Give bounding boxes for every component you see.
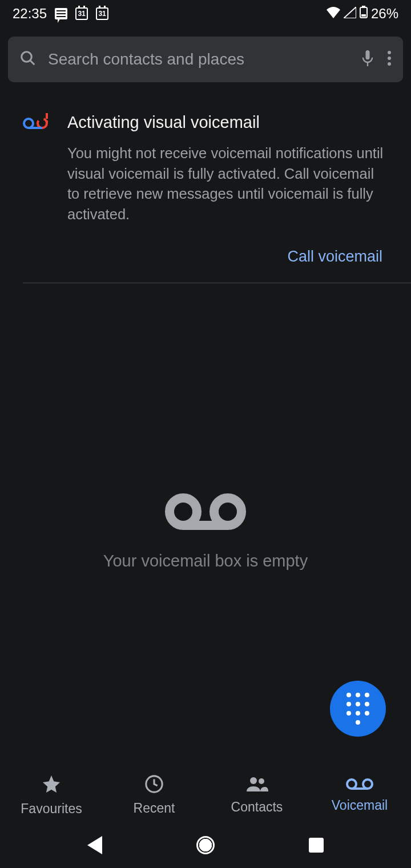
empty-message: Your voicemail box is empty <box>103 552 308 570</box>
status-time: 22:35 <box>13 6 47 22</box>
search-input[interactable] <box>48 50 348 69</box>
nav-label: Recent <box>134 801 175 816</box>
recents-button[interactable] <box>309 838 324 853</box>
activation-card: Activating visual voicemail You might no… <box>0 82 411 225</box>
clock-icon <box>144 774 164 797</box>
svg-rect-13 <box>46 113 48 119</box>
svg-rect-14 <box>46 120 48 123</box>
svg-point-7 <box>388 51 391 54</box>
svg-point-19 <box>250 777 257 784</box>
status-left: 22:35 31 31 <box>13 6 108 22</box>
wifi-icon <box>327 6 340 22</box>
empty-state: Your voicemail box is empty <box>0 491 411 570</box>
star-icon <box>41 774 62 798</box>
svg-point-22 <box>363 779 372 789</box>
nav-label: Contacts <box>231 799 283 815</box>
nav-label: Voicemail <box>332 798 388 813</box>
svg-point-11 <box>38 119 47 128</box>
dialpad-icon <box>346 693 369 725</box>
calendar-icon: 31 <box>96 7 108 20</box>
search-container <box>0 27 411 82</box>
voicemail-alert-icon <box>23 113 50 225</box>
more-icon[interactable] <box>387 50 392 69</box>
svg-rect-2 <box>361 14 366 17</box>
svg-point-10 <box>24 119 33 128</box>
people-icon <box>245 775 268 796</box>
mic-icon[interactable] <box>360 49 376 70</box>
svg-point-8 <box>388 57 391 60</box>
battery-icon <box>360 6 368 22</box>
back-button[interactable] <box>87 836 102 854</box>
svg-point-21 <box>347 779 356 789</box>
voicemail-icon <box>163 491 248 535</box>
dialpad-fab[interactable] <box>330 681 386 737</box>
svg-line-4 <box>30 61 35 65</box>
card-description: You might not receive voicemail notifica… <box>67 143 388 225</box>
svg-point-3 <box>22 52 32 62</box>
system-nav <box>0 822 411 868</box>
messages-icon <box>55 8 67 19</box>
call-voicemail-button[interactable]: Call voicemail <box>287 248 382 266</box>
home-button[interactable] <box>196 836 215 854</box>
status-bar: 22:35 31 31 26% <box>0 0 411 27</box>
card-actions: Call voicemail <box>0 225 411 283</box>
battery-percent: 26% <box>371 6 398 22</box>
bottom-nav: Favourites Recent Contacts Voicemail <box>0 767 411 822</box>
card-title: Activating visual voicemail <box>67 113 388 132</box>
svg-rect-5 <box>366 50 370 59</box>
search-icon <box>19 50 37 69</box>
svg-rect-1 <box>362 6 365 7</box>
nav-voicemail[interactable]: Voicemail <box>308 767 411 822</box>
nav-recent[interactable]: Recent <box>103 767 206 822</box>
svg-point-20 <box>259 778 264 784</box>
signal-icon <box>344 6 356 22</box>
svg-rect-17 <box>183 521 228 530</box>
card-body: Activating visual voicemail You might no… <box>67 113 388 225</box>
calendar-icon: 31 <box>75 7 88 20</box>
divider <box>23 283 411 283</box>
nav-contacts[interactable]: Contacts <box>206 767 308 822</box>
search-bar[interactable] <box>8 37 403 82</box>
status-right: 26% <box>327 6 398 22</box>
nav-favourites[interactable]: Favourites <box>0 767 103 822</box>
svg-point-9 <box>388 62 391 66</box>
voicemail-icon <box>346 777 373 794</box>
nav-label: Favourites <box>21 801 82 817</box>
